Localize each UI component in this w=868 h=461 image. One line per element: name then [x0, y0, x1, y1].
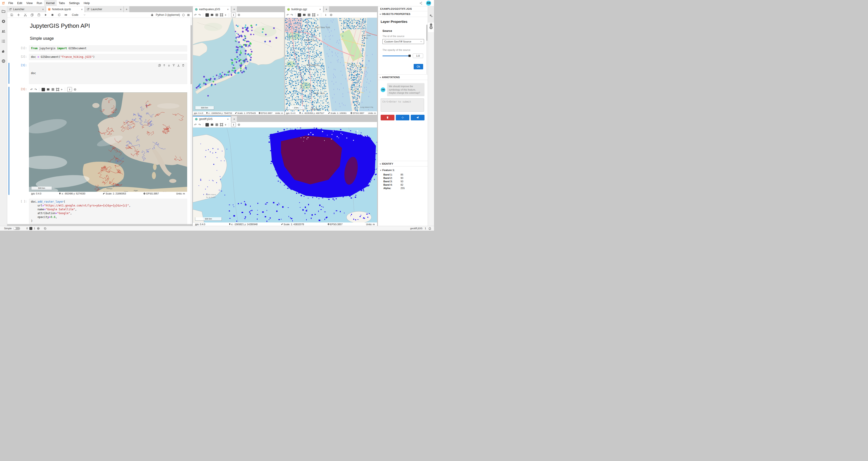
delete-annotation-button[interactable] [381, 115, 395, 121]
save-button[interactable] [9, 13, 14, 17]
menu-file[interactable]: File [6, 0, 15, 6]
temporal-icon[interactable] [237, 13, 241, 17]
undo-icon[interactable] [286, 13, 289, 17]
menu-edit[interactable]: Edit [15, 0, 24, 6]
share-icon[interactable] [419, 2, 423, 5]
current-file-label[interactable]: geotiff.jGIS [410, 227, 423, 230]
notifications-count[interactable]: 1 [425, 227, 426, 230]
close-icon[interactable] [120, 8, 122, 11]
grid-icon[interactable] [215, 123, 218, 126]
console-icon[interactable] [298, 13, 301, 17]
notebook-vertical-scrollbar[interactable] [190, 18, 192, 224]
delete-cell-icon[interactable] [182, 64, 185, 67]
basemap-icon[interactable] [211, 13, 214, 17]
user-avatar[interactable]: AM [426, 1, 431, 6]
debugger-icon[interactable] [151, 13, 154, 17]
code-cell[interactable]: [ ]: doc.add_raster_layer( url="https://… [7, 199, 190, 224]
basemap-icon[interactable] [303, 13, 306, 17]
notebook-horizontal-scrollbar[interactable] [7, 224, 190, 226]
tab-earthquakes[interactable]: earthquakes.jGIS [193, 6, 231, 12]
menu-run[interactable]: Run [35, 0, 44, 6]
notebook-content[interactable]: JupyterGIS Python API Simple usage [1]: … [7, 18, 190, 224]
code-cell[interactable]: [1]: from jupytergis import GISDocument [7, 45, 190, 52]
section-annotations[interactable]: ANNOTATIONS [378, 74, 428, 80]
history-icon[interactable] [43, 227, 46, 230]
insert-cell-button[interactable] [16, 13, 21, 17]
close-icon[interactable] [227, 8, 229, 11]
section-identify[interactable]: IDENTIFY [378, 161, 428, 166]
gis-sidebar-icon[interactable] [2, 59, 5, 63]
kernel-name[interactable]: Python 3 (ipykernel) [156, 13, 180, 17]
move-up-icon[interactable] [163, 64, 166, 67]
menu-view[interactable]: View [24, 0, 35, 6]
add-layer-icon[interactable] [317, 13, 319, 17]
new-tab-button[interactable] [231, 116, 237, 122]
run-button[interactable] [43, 13, 48, 17]
annotation-input[interactable] [381, 98, 424, 111]
console-icon[interactable] [206, 13, 209, 17]
insert-below-icon[interactable] [177, 64, 180, 67]
table-of-contents-icon[interactable] [2, 39, 5, 43]
redo-icon[interactable] [198, 13, 201, 17]
close-icon[interactable] [319, 8, 321, 11]
section-objects-properties[interactable]: OBJECTS PROPERTIES [378, 11, 428, 17]
running-sessions-icon[interactable] [2, 20, 5, 23]
restart-button[interactable] [57, 13, 61, 17]
gis-tab-icon[interactable] [429, 26, 433, 29]
undo-icon[interactable] [30, 88, 33, 91]
close-icon[interactable] [42, 8, 44, 11]
add-layer-icon[interactable] [225, 123, 226, 127]
cell-input[interactable]: doc = GISDocument("france_hiking.jGIS") [29, 54, 187, 60]
grid-icon[interactable] [215, 13, 218, 17]
center-annotation-button[interactable] [396, 115, 410, 121]
identify-button-active[interactable]: i [67, 87, 72, 92]
slider-handle[interactable] [408, 55, 411, 57]
add-layer-icon[interactable] [225, 13, 226, 17]
cell-input[interactable]: from jupytergis import GISDocument [29, 45, 187, 52]
redo-icon[interactable] [290, 13, 293, 17]
close-icon[interactable] [227, 118, 229, 121]
tab-geotiff[interactable]: geotiff.jGIS [193, 116, 231, 122]
toolbar-menu-icon[interactable] [187, 13, 190, 17]
temporal-icon[interactable] [237, 123, 241, 126]
undo-icon[interactable] [194, 123, 197, 126]
kernel-chip-icon[interactable] [37, 227, 40, 230]
paste-button[interactable] [37, 13, 41, 17]
grid-icon[interactable] [51, 88, 55, 91]
undo-icon[interactable] [194, 13, 197, 17]
terminal-icon[interactable] [29, 227, 32, 230]
bell-icon[interactable] [428, 227, 431, 230]
menu-tabs[interactable]: Tabs [57, 0, 67, 6]
identify-button-active[interactable]: i [231, 123, 236, 127]
geotiff-map[interactable]: Baffin Island Île de Baffin 500 km [193, 128, 377, 223]
move-down-icon[interactable] [167, 64, 170, 67]
identify-feature[interactable]: Feature 1: [378, 166, 428, 173]
source-select[interactable]: Custom GeoTiff Source [382, 39, 424, 44]
identify-button[interactable]: i [323, 13, 328, 17]
console-icon[interactable] [206, 123, 209, 127]
redo-icon[interactable] [34, 88, 37, 91]
extensions-icon[interactable] [2, 49, 5, 53]
menu-settings[interactable]: Settings [67, 0, 82, 6]
earthquakes-map[interactable]: 500 km [193, 18, 284, 111]
insert-above-icon[interactable] [172, 64, 175, 67]
panel-scrollbar[interactable] [426, 24, 428, 74]
cell-input[interactable]: doc [29, 63, 187, 84]
new-tab-button[interactable] [324, 6, 329, 12]
new-tab-button[interactable] [124, 6, 129, 12]
property-inspector-icon[interactable] [429, 14, 433, 18]
geometry-icon[interactable] [312, 13, 315, 17]
file-browser-icon[interactable] [2, 9, 5, 13]
code-cell[interactable]: [2]: doc = GISDocument("france_hiking.jG… [7, 54, 190, 60]
basemap-icon[interactable] [46, 88, 50, 91]
cut-button[interactable] [23, 13, 28, 17]
tab-launcher-2[interactable]: Launcher [85, 6, 123, 12]
console-icon[interactable] [41, 88, 45, 91]
tab-launcher-1[interactable]: Launcher [7, 6, 46, 12]
geometry-icon[interactable] [220, 13, 223, 17]
menu-help[interactable]: Help [82, 0, 92, 6]
interrupt-button[interactable] [50, 13, 55, 17]
opacity-input[interactable] [413, 54, 423, 58]
ok-button[interactable]: Ok [414, 64, 423, 69]
collaboration-icon[interactable] [2, 29, 5, 33]
